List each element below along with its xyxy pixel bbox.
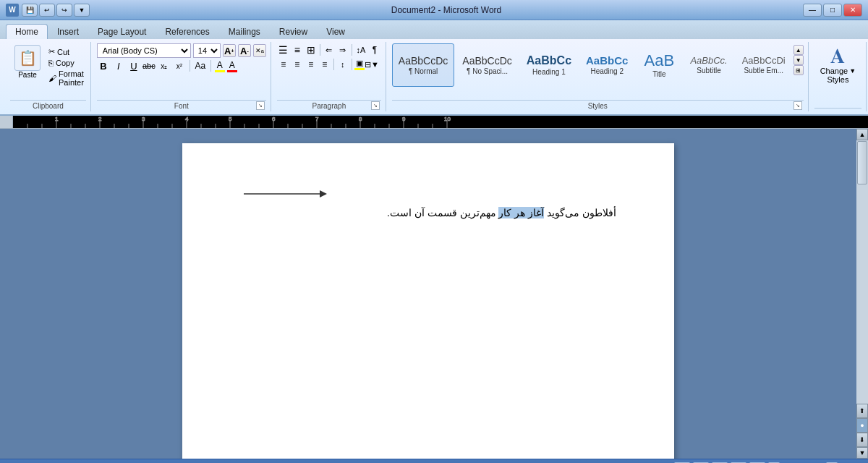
style-heading2-preview: AaBbCc — [586, 55, 628, 66]
align-left-button[interactable]: ≡ — [277, 58, 290, 71]
scroll-thumb[interactable] — [857, 141, 867, 184]
maximize-button[interactable]: □ — [823, 4, 842, 17]
tab-review[interactable]: Review — [270, 24, 317, 39]
subscript-button[interactable]: x₂ — [158, 59, 171, 72]
paste-label: Paste — [18, 71, 37, 79]
underline-button[interactable]: U — [127, 59, 140, 72]
title-bar: W 💾 ↩ ↪ ▼ Document2 - Microsoft Word — □… — [0, 0, 868, 20]
copy-button[interactable]: ⎘ Copy — [46, 58, 86, 68]
document-page[interactable]: أفلاطون می‌گوید آغاز هر کار مهم‌ترین قسم… — [182, 143, 674, 459]
undo-quick-btn[interactable]: ↩ — [39, 4, 55, 17]
tab-home[interactable]: Home — [6, 24, 48, 39]
scroll-up-button[interactable]: ▲ — [856, 129, 868, 140]
svg-text:10: 10 — [444, 116, 451, 122]
svg-marker-42 — [320, 190, 327, 197]
justify-button[interactable]: ≡ — [318, 58, 331, 71]
style-heading1-preview: AaBbCc — [527, 55, 571, 67]
style-subtitle-label: Subtitle — [697, 67, 720, 75]
highlighted-text: آغاز هر کار — [498, 207, 544, 218]
style-subtitle[interactable]: AaBbCc. Subtitle — [684, 43, 733, 87]
tab-insert[interactable]: Insert — [48, 24, 88, 39]
document-container: 1 2 3 4 5 — [0, 116, 868, 459]
paste-button[interactable]: 📋 Paste — [10, 43, 45, 88]
format-painter-icon: 🖌 — [48, 74, 56, 82]
prev-page-button[interactable]: ⬆ — [856, 404, 868, 418]
style-normal[interactable]: AaBbCcDc ¶ Normal — [392, 43, 454, 87]
font-color-button[interactable]: A — [227, 60, 237, 72]
align-row: ≡ ≡ ≡ ≡ ↕ ▣ ⊟▼ — [277, 58, 378, 71]
align-right-button[interactable]: ≡ — [305, 58, 318, 71]
document-text-line: أفلاطون می‌گوید آغاز هر کار مهم‌ترین قسم… — [240, 207, 616, 218]
highlight-color-button[interactable]: A — [215, 60, 225, 72]
styles-scroll-up[interactable]: ▲ — [793, 45, 804, 55]
increase-font-size-button[interactable]: A+ — [223, 44, 236, 57]
tab-view[interactable]: View — [317, 24, 354, 39]
shading-button[interactable]: ▣ — [354, 59, 365, 70]
font-name-select[interactable]: Arial (Body CS) — [97, 43, 191, 58]
change-styles-group: 𝐀 Change ▼ Styles — [810, 42, 867, 111]
style-no-spacing[interactable]: AaBbCcDc ¶ No Spaci... — [456, 43, 518, 87]
align-center-button[interactable]: ≡ — [291, 58, 304, 71]
style-subtle-em-preview: AaBbCcDi — [742, 56, 786, 65]
doc-scroll-area: أفلاطون می‌گوید آغاز هر کار مهم‌ترین قسم… — [0, 129, 868, 459]
redo-quick-btn[interactable]: ↪ — [56, 4, 72, 17]
styles-group: AaBbCcDc ¶ Normal AaBbCcDc ¶ No Spaci...… — [388, 42, 809, 111]
customize-quick-btn[interactable]: ▼ — [74, 4, 90, 17]
styles-scroll-down[interactable]: ▼ — [793, 55, 804, 65]
format-painter-button[interactable]: 🖌 Format Painter — [46, 69, 86, 88]
increase-indent-button[interactable]: ⇒ — [336, 43, 349, 56]
close-button[interactable]: ✕ — [843, 4, 862, 17]
italic-button[interactable]: I — [112, 59, 125, 72]
style-normal-preview: AaBbCcDc — [399, 56, 448, 66]
save-quick-btn[interactable]: 💾 — [22, 4, 38, 17]
strikethrough-button[interactable]: abc — [142, 59, 156, 72]
paragraph-label: Paragraph ↘ — [277, 100, 381, 111]
svg-text:2: 2 — [98, 116, 102, 122]
next-page-button[interactable]: ⬇ — [856, 433, 868, 447]
style-heading1[interactable]: AaBbCc Heading 1 — [520, 43, 578, 87]
window-controls: — □ ✕ — [803, 4, 862, 17]
bold-button[interactable]: B — [97, 59, 110, 72]
scroll-track[interactable] — [856, 140, 868, 404]
change-styles-button[interactable]: 𝐀 Change ▼ Styles — [814, 43, 861, 87]
clear-format-button[interactable]: ✕a — [253, 44, 266, 57]
svg-text:6: 6 — [272, 116, 276, 122]
style-subtitle-preview: AaBbCc. — [690, 56, 727, 65]
styles-expand[interactable]: ⊞ — [793, 65, 804, 75]
borders-button[interactable]: ⊟▼ — [365, 58, 378, 71]
decrease-font-size-button[interactable]: A- — [238, 44, 251, 57]
tab-page-layout[interactable]: Page Layout — [88, 24, 156, 39]
document-area[interactable]: أفلاطون می‌گوید آغاز هر کار مهم‌ترین قسم… — [0, 129, 856, 459]
clipboard-buttons: 📋 Paste ✂ Cut ⎘ Copy 🖌 — [10, 42, 86, 100]
change-case-button[interactable]: Aa — [194, 59, 207, 72]
select-browse-button[interactable]: ● — [856, 418, 868, 433]
style-subtle-em[interactable]: AaBbCcDi Subtle Em... — [736, 43, 792, 87]
show-hide-button[interactable]: ¶ — [368, 43, 381, 56]
superscript-button[interactable]: x² — [173, 59, 186, 72]
ribbon-content: 📋 Paste ✂ Cut ⎘ Copy 🖌 — [0, 39, 868, 114]
bullets-button[interactable]: ☰ — [277, 43, 290, 56]
cut-button[interactable]: ✂ Cut — [46, 46, 86, 57]
sort-button[interactable]: ↕A — [354, 43, 367, 56]
style-title-preview: AaB — [644, 53, 675, 69]
paragraph-group: ☰ ≡ ⊞ ⇐ ⇒ ↕A ¶ ≡ ≡ ≡ ≡ ↕ — [273, 42, 386, 111]
minimize-button[interactable]: — — [803, 4, 822, 17]
style-title[interactable]: AaB Title — [636, 43, 682, 87]
svg-text:7: 7 — [315, 116, 319, 122]
scroll-down-button[interactable]: ▼ — [856, 447, 868, 459]
style-heading2[interactable]: AaBbCc Heading 2 — [579, 43, 634, 87]
decrease-indent-button[interactable]: ⇐ — [323, 43, 336, 56]
multilevel-list-button[interactable]: ⊞ — [305, 43, 318, 56]
font-size-select[interactable]: 14 — [193, 43, 221, 58]
line-spacing-button[interactable]: ↕ — [336, 58, 349, 71]
styles-scroll-buttons: ▲ ▼ ⊞ — [793, 43, 804, 77]
tab-mailings[interactable]: Mailings — [219, 24, 270, 39]
numbering-button[interactable]: ≡ — [291, 43, 304, 56]
style-no-spacing-preview: AaBbCcDc — [462, 56, 511, 66]
tab-references[interactable]: References — [156, 24, 218, 39]
change-styles-label: Change — [820, 67, 848, 75]
paragraph-expand[interactable]: ↘ — [371, 101, 380, 110]
font-expand[interactable]: ↘ — [256, 101, 265, 110]
font-group: Arial (Body CS) 14 A+ A- ✕a B I U abc x₂… — [93, 42, 271, 111]
styles-expand-btn[interactable]: ↘ — [793, 101, 802, 110]
